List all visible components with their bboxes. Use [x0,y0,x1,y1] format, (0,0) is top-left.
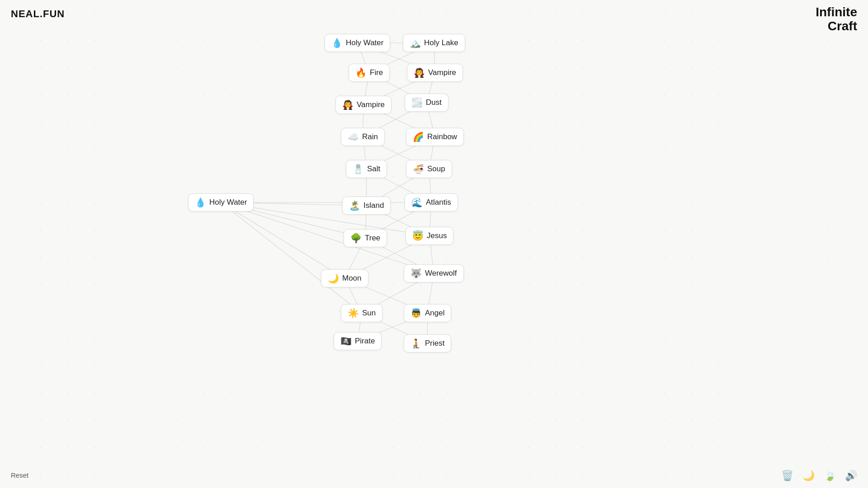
emoji-holy-water-1: 💧 [331,38,343,48]
label-vampire-1: Vampire [428,68,456,77]
label-fire: Fire [370,68,383,77]
label-rainbow: Rainbow [427,132,457,141]
emoji-dust: 🌫️ [411,97,423,108]
emoji-island: 🏝️ [349,200,360,211]
app-title-line2: Craft [816,19,857,33]
emoji-soup: 🍜 [413,164,424,174]
emoji-rain: ☁️ [348,131,359,142]
reset-button[interactable]: Reset [11,471,28,479]
connection-holy-water-2-werewolf [221,202,434,273]
emoji-werewolf: 🐺 [410,268,422,279]
node-vampire-2[interactable]: 🧛Vampire [335,96,392,114]
label-holy-water-1: Holy Water [346,38,383,47]
bottom-icons: 🗑️ 🌙 🍃 🔊 [781,470,857,482]
node-island[interactable]: 🏝️Island [342,197,391,215]
emoji-angel: 👼 [410,308,422,319]
node-tree[interactable]: 🌳Tree [344,229,387,247]
logo: NEAL.FUN [11,8,65,20]
node-pirate[interactable]: 🏴‍☠️Pirate [334,332,382,350]
node-rain[interactable]: ☁️Rain [341,128,385,146]
label-sun: Sun [362,309,376,318]
app-title: Infinite Craft [816,5,857,33]
node-dust[interactable]: 🌫️Dust [405,94,448,112]
node-fire[interactable]: 🔥Fire [349,64,390,82]
emoji-sun: ☀️ [348,308,359,319]
emoji-atlantis: 🌊 [411,197,423,208]
emoji-vampire-2: 🧛 [342,99,354,110]
node-werewolf[interactable]: 🐺Werewolf [404,264,464,282]
label-werewolf: Werewolf [425,269,457,278]
node-rainbow[interactable]: 🌈Rainbow [406,128,464,146]
connection-holy-water-2-sun [221,202,362,313]
connection-holy-water-2-moon [221,202,345,278]
share-icon[interactable]: 🍃 [824,470,836,482]
emoji-tree: 🌳 [350,233,362,244]
app-title-line1: Infinite [816,5,857,19]
label-priest: Priest [425,339,444,348]
node-angel[interactable]: 👼Angel [404,304,451,322]
node-holy-lake[interactable]: 🏔️Holy Lake [403,34,465,52]
node-jesus[interactable]: 😇Jesus [406,227,453,245]
sound-icon[interactable]: 🔊 [845,470,857,482]
node-moon[interactable]: 🌙Moon [321,269,368,287]
node-sun[interactable]: ☀️Sun [341,304,382,322]
node-holy-water-2[interactable]: 💧Holy Water [188,193,254,211]
emoji-fire: 🔥 [355,67,367,78]
label-holy-water-2: Holy Water [209,198,247,207]
emoji-holy-water-2: 💧 [195,197,206,208]
label-moon: Moon [342,274,362,283]
label-dust: Dust [426,98,442,107]
node-priest[interactable]: 🧎Priest [404,334,451,352]
emoji-rainbow: 🌈 [413,131,424,142]
label-atlantis: Atlantis [426,198,451,207]
emoji-pirate: 🏴‍☠️ [340,336,352,347]
label-holy-lake: Holy Lake [424,38,458,47]
emoji-salt: 🧂 [353,164,364,174]
emoji-moon: 🌙 [328,273,339,284]
label-vampire-2: Vampire [357,100,385,109]
label-soup: Soup [427,164,445,174]
emoji-priest: 🧎 [410,338,422,349]
trash-icon[interactable]: 🗑️ [781,470,793,482]
node-atlantis[interactable]: 🌊Atlantis [405,193,458,211]
node-soup[interactable]: 🍜Soup [406,160,452,178]
emoji-vampire-1: 🧛 [414,67,425,78]
label-salt: Salt [367,164,380,174]
label-tree: Tree [365,234,380,243]
node-vampire-1[interactable]: 🧛Vampire [407,64,463,82]
emoji-jesus: 😇 [412,230,424,241]
label-island: Island [363,201,384,210]
node-holy-water-1[interactable]: 💧Holy Water [325,34,390,52]
node-salt[interactable]: 🧂Salt [346,160,387,178]
label-rain: Rain [362,132,378,141]
night-mode-icon[interactable]: 🌙 [802,470,815,482]
label-jesus: Jesus [427,231,447,240]
label-angel: Angel [425,309,444,318]
emoji-holy-lake: 🏔️ [410,38,421,48]
label-pirate: Pirate [355,337,375,346]
